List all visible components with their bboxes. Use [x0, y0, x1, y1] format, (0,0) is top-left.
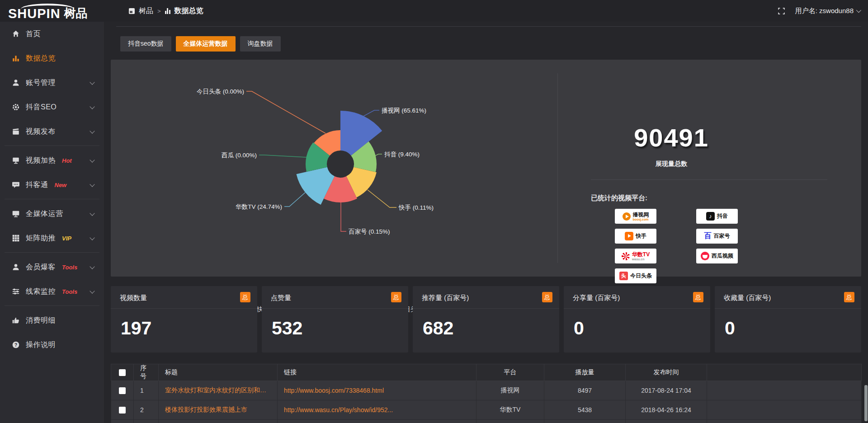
sidebar-item-label: 视频加热	[26, 156, 56, 165]
sidebar-badge: Tools	[62, 288, 77, 295]
breadcrumb: 树品 > 数据总览	[129, 0, 203, 22]
cell-empty	[707, 381, 862, 400]
column-header-标题: 标题	[159, 364, 278, 381]
select-all-checkbox[interactable]	[119, 369, 126, 376]
table-header-row: 序号标题链接平台播放量发布时间	[111, 364, 862, 381]
platform-grid: 播视网boosj.com♪抖音快手百百家号华数TVwasu.cn西瓜视频头今日头…	[615, 209, 738, 283]
main-content: 抖音seo数据全媒体运营数据询盘数据 播视网 (65.61%)抖音 (9.40%…	[104, 22, 868, 423]
fullscreen-icon[interactable]	[778, 7, 785, 15]
table-row	[111, 420, 862, 423]
stat-card-value: 0	[574, 318, 584, 339]
member-icon	[12, 263, 20, 271]
user-menu[interactable]: 用户名: zswodun88	[795, 7, 860, 15]
row-checkbox[interactable]	[119, 387, 126, 394]
home-icon	[12, 30, 20, 38]
sidebar-item-抖音SEO[interactable]: 抖音SEO	[0, 95, 104, 119]
sidebar-item-抖客通[interactable]: 抖客通New	[0, 173, 104, 197]
pie-label-播视网: 播视网 (65.61%)	[382, 107, 426, 114]
chevron-down-icon	[90, 128, 94, 133]
breadcrumb-root[interactable]: 树品	[139, 6, 153, 16]
wasu-icon	[622, 252, 630, 260]
chevron-down-icon	[90, 235, 94, 240]
sidebar-badge: Tools	[62, 264, 77, 271]
sidebar-divider	[5, 199, 99, 199]
chevron-down-icon	[856, 8, 861, 13]
row-checkbox[interactable]	[119, 407, 126, 414]
video-url-link[interactable]: http://www.boosj.com/7338468.html	[284, 387, 470, 394]
platform-sub: boosj.com	[633, 218, 649, 221]
sidebar-item-label: 账号管理	[26, 78, 56, 88]
cell-plays: 5438	[544, 400, 626, 420]
stat-card-title: 收藏量 (百家号)	[724, 294, 771, 302]
cell-index: 2	[134, 400, 159, 420]
user-icon	[12, 79, 20, 87]
sidebar-item-数据总览[interactable]: 数据总览	[0, 46, 104, 70]
platform-badge-华数TV: 华数TVwasu.cn	[615, 249, 656, 263]
platform-name: 快手	[636, 232, 646, 240]
cell-time	[626, 420, 707, 423]
platform-name: 百家号	[714, 232, 730, 240]
sidebar-badge: New	[55, 182, 67, 188]
tab-抖音seo数据[interactable]: 抖音seo数据	[120, 36, 171, 52]
platform-name: 抖音	[717, 212, 728, 220]
sidebar-item-视频加热[interactable]: 视频加热Hot	[0, 148, 104, 173]
platform-badge-抖音: ♪抖音	[696, 209, 738, 224]
platform-badge-百家号: 百百家号	[696, 229, 738, 244]
grid-icon	[12, 234, 20, 242]
bar-chart-icon	[12, 54, 20, 62]
pie-label-西瓜: 西瓜 (0.00%)	[222, 152, 257, 159]
sidebar-item-线索监控[interactable]: 线索监控Tools	[0, 279, 104, 304]
sidebar-item-矩阵助推[interactable]: 矩阵助推VIP	[0, 226, 104, 250]
sidebar-divider	[5, 146, 99, 146]
column-header-链接: 链接	[278, 364, 476, 381]
scrollbar-thumb[interactable]	[864, 385, 868, 421]
cell-index	[134, 420, 159, 423]
cell-time: 2017-08-24 17:04	[626, 381, 707, 400]
stat-card-value: 532	[272, 318, 302, 339]
video-title-link[interactable]: 楼体投影灯投影效果震撼上市	[165, 406, 271, 414]
sidebar-item-会员爆客[interactable]: 会员爆客Tools	[0, 255, 104, 279]
overview-panel: 播视网 (65.61%)抖音 (9.40%)快手 (0.11%)百家号 (0.1…	[111, 60, 861, 277]
total-badge: 总	[693, 292, 703, 302]
pie-leader-line	[246, 91, 326, 133]
column-header-播放量: 播放量	[544, 364, 626, 381]
tab-询盘数据[interactable]: 询盘数据	[240, 36, 281, 52]
username-label: 用户名: zswodun88	[795, 7, 854, 15]
breadcrumb-separator: >	[157, 8, 161, 14]
sidebar-item-视频发布[interactable]: 视频发布	[0, 119, 104, 144]
sidebar-item-操作说明[interactable]: ?操作说明	[0, 333, 104, 357]
tab-全媒体运营数据[interactable]: 全媒体运营数据	[176, 36, 236, 52]
sidebar-item-首页[interactable]: 首页	[0, 22, 104, 46]
video-url-link[interactable]: http://www.wasu.cn/Play/show/id/952...	[284, 406, 470, 414]
sidebar-item-全媒体运营[interactable]: 全媒体运营	[0, 202, 104, 226]
baijiahao-icon: 百	[704, 231, 712, 241]
pie-label-华数TV: 华数TV (24.74%)	[236, 203, 282, 210]
sidebar-item-账号管理[interactable]: 账号管理	[0, 70, 104, 95]
sidebar-item-label: 线索监控	[26, 287, 56, 296]
chevron-down-icon	[90, 157, 94, 162]
sidebar-item-消费明细[interactable]: 消费明细	[0, 308, 104, 333]
platform-badge-今日头条: 头今日头条	[615, 268, 656, 283]
pie-label-快手: 快手 (0.11%)	[398, 204, 434, 211]
rose-chart: 播视网 (65.61%)抖音 (9.40%)快手 (0.11%)百家号 (0.1…	[111, 60, 557, 277]
stat-card-视频数量: 视频数量总197	[111, 286, 257, 352]
chevron-down-icon	[90, 288, 94, 293]
video-title-link[interactable]: 室外水纹灯和室内水纹灯的区别和简介	[165, 386, 271, 395]
cell-index: 1	[134, 381, 159, 400]
panel-divider	[557, 73, 558, 263]
column-header-平台: 平台	[476, 364, 544, 381]
stat-card-title: 分享量 (百家号)	[573, 294, 620, 302]
platform-badge-播视网: 播视网boosj.com	[615, 209, 656, 224]
douyin-icon: ♪	[706, 212, 715, 221]
sidebar-item-label: 视频发布	[26, 127, 56, 136]
stat-card-title: 点赞量	[271, 294, 291, 302]
screenshot-icon	[129, 8, 135, 14]
pie-hole	[327, 150, 354, 178]
cell-platform	[476, 420, 544, 423]
stat-card-收藏量 (百家号): 收藏量 (百家号)总0	[715, 286, 861, 352]
pie-leader-line	[341, 202, 346, 231]
total-badge: 总	[844, 292, 854, 302]
stat-card-推荐量 (百家号): 推荐量 (百家号)总682	[413, 286, 559, 352]
sidebar-badge: Hot	[62, 157, 72, 164]
sliders-icon	[12, 287, 20, 296]
